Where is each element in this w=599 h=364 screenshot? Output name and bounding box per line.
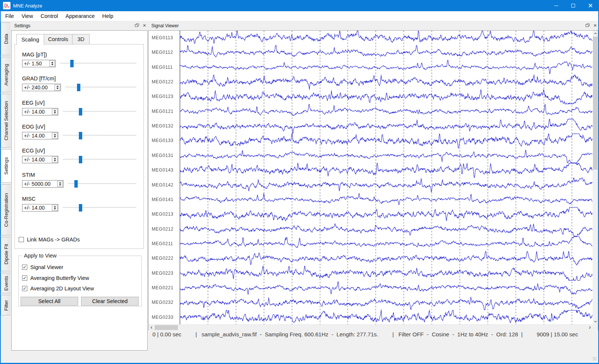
scroll-right-icon[interactable]: [587, 325, 593, 330]
minimize-button[interactable]: [547, 0, 565, 11]
channel-label: MEG0131: [152, 153, 175, 158]
checkbox-label: Averaging 2D Layout View: [30, 286, 94, 291]
signal-viewer-title: Signal Viewer: [151, 23, 179, 28]
menu-item-control[interactable]: Control: [37, 12, 62, 21]
scaling-spinbox[interactable]: +/- 240.00: [22, 84, 61, 91]
tab-controls[interactable]: Controls: [44, 34, 72, 44]
spin-up-icon[interactable]: [54, 206, 56, 207]
scaling-slider[interactable]: [60, 60, 136, 67]
side-tab-settings[interactable]: Settings: [1, 149, 11, 183]
scaling-spinbox[interactable]: +/- 14.00: [22, 204, 58, 212]
vertical-scrollbar[interactable]: [593, 31, 598, 324]
spinner-buttons-icon[interactable]: [52, 109, 58, 115]
side-tab-events[interactable]: Events: [1, 273, 10, 293]
maximize-button[interactable]: [565, 0, 582, 11]
side-tab-averaging[interactable]: Averaging: [1, 57, 10, 92]
spin-up-icon[interactable]: [51, 62, 53, 63]
scaling-slider[interactable]: [63, 156, 136, 163]
scaling-slider[interactable]: [65, 84, 136, 91]
resize-grip[interactable]: [593, 357, 596, 361]
clear-selected-button[interactable]: Clear Selected: [81, 297, 139, 306]
horizontal-scroll-thumb[interactable]: [155, 325, 178, 330]
spin-up-icon[interactable]: [59, 182, 61, 183]
channel-label: MEG0211: [152, 241, 175, 246]
side-tab-channel-selection[interactable]: Channel Selection: [1, 94, 10, 148]
checkbox-icon: ✓: [22, 265, 27, 270]
settings-dock-titlebar: Settings ×: [11, 21, 148, 30]
close-button[interactable]: ✕: [582, 0, 599, 11]
vertical-scroll-thumb[interactable]: [593, 37, 598, 170]
scroll-down-icon[interactable]: [593, 319, 598, 324]
scaling-spinbox[interactable]: +/- 14.00: [22, 132, 58, 139]
side-tab-label: Data: [3, 34, 9, 44]
spin-up-icon[interactable]: [54, 110, 56, 111]
scroll-up-icon[interactable]: [593, 31, 598, 36]
menu-item-view[interactable]: View: [18, 12, 37, 21]
slider-handle[interactable]: [79, 108, 82, 115]
scaling-row: +/- 14.00: [22, 156, 136, 163]
spinner-buttons-icon[interactable]: [55, 84, 60, 90]
select-all-button[interactable]: Select All: [21, 297, 78, 306]
spinner-buttons-icon[interactable]: [57, 181, 63, 187]
signal-traces-canvas[interactable]: [149, 31, 593, 324]
menu-item-file[interactable]: File: [1, 12, 18, 21]
slider-handle[interactable]: [79, 204, 82, 212]
scaling-spinbox[interactable]: +/- 14.00: [22, 156, 58, 163]
checkbox-label: Averaging Butterfly View: [30, 275, 89, 281]
scaling-slider[interactable]: [68, 180, 136, 188]
scaling-spinbox[interactable]: +/- 5000.00: [22, 180, 64, 188]
slider-handle[interactable]: [70, 60, 74, 67]
scaling-spinbox[interactable]: +/- 14.00: [22, 108, 58, 115]
side-tab-data[interactable]: Data: [1, 22, 10, 55]
slider-handle[interactable]: [77, 84, 80, 91]
apply-checkbox-signal-viewer[interactable]: ✓Signal Viewer: [22, 264, 63, 270]
apply-checkbox-averaging-butterfly-view[interactable]: ✓Averaging Butterfly View: [22, 275, 89, 281]
tab-scaling[interactable]: Scaling: [16, 34, 44, 45]
signal-plot-area[interactable]: MEG0113MEG0112MEG0111MEG0122MEG0123MEG01…: [148, 30, 598, 330]
scaling-slider[interactable]: [63, 132, 136, 139]
channel-label: MEG0222: [152, 256, 175, 261]
menu-item-help[interactable]: Help: [99, 12, 117, 21]
spinner-buttons-icon[interactable]: [52, 157, 58, 163]
link-mags-grads-checkbox[interactable]: Link MAGs -> GRADs: [19, 237, 80, 243]
side-tab-filter[interactable]: Filter: [1, 295, 10, 315]
spin-down-icon[interactable]: [54, 208, 56, 210]
tab-3d[interactable]: 3D: [72, 34, 90, 44]
channel-label: MEG0212: [152, 226, 175, 232]
scaling-slider[interactable]: [63, 204, 136, 212]
slider-handle[interactable]: [79, 156, 82, 163]
spin-down-icon[interactable]: [54, 136, 56, 138]
slider-handle[interactable]: [79, 132, 82, 139]
slider-handle[interactable]: [74, 180, 78, 188]
float-dock-icon[interactable]: [586, 24, 590, 27]
menu-item-appearance[interactable]: Appearance: [62, 12, 98, 21]
spin-down-icon[interactable]: [54, 112, 56, 114]
spinner-buttons-icon[interactable]: [52, 133, 58, 139]
spin-up-icon[interactable]: [56, 86, 59, 87]
close-dock-icon[interactable]: ×: [593, 23, 597, 28]
scaling-row: +/- 5000.00: [22, 180, 136, 188]
spinner-buttons-icon[interactable]: [52, 205, 58, 211]
spin-down-icon[interactable]: [56, 88, 59, 89]
apply-checkbox-averaging-2d-layout-view[interactable]: ✓Averaging 2D Layout View: [22, 286, 94, 291]
spin-up-icon[interactable]: [54, 158, 56, 159]
checkbox-icon: ✓: [22, 275, 27, 281]
spin-down-icon[interactable]: [59, 184, 61, 186]
side-tab-dipole-fit[interactable]: Dipole Fit: [1, 237, 10, 271]
slider-track: [63, 135, 136, 136]
horizontal-scrollbar[interactable]: [149, 324, 593, 330]
scaling-spinbox[interactable]: +/- 1.50: [22, 60, 56, 67]
channel-label: MEG0122: [152, 79, 175, 84]
slider-track: [63, 111, 136, 112]
scaling-slider[interactable]: [63, 108, 136, 115]
spin-down-icon[interactable]: [51, 64, 53, 65]
side-tab-co-registration[interactable]: Co-Registration: [1, 184, 10, 235]
checkbox-icon: [19, 237, 24, 242]
float-dock-icon[interactable]: [135, 24, 139, 27]
spinner-buttons-icon[interactable]: [49, 61, 55, 67]
scroll-left-icon[interactable]: [149, 325, 154, 330]
close-dock-icon[interactable]: ×: [143, 23, 146, 28]
spin-down-icon[interactable]: [54, 160, 56, 161]
spin-up-icon[interactable]: [54, 134, 56, 135]
scaling-label: EEG [uV]: [22, 100, 136, 107]
